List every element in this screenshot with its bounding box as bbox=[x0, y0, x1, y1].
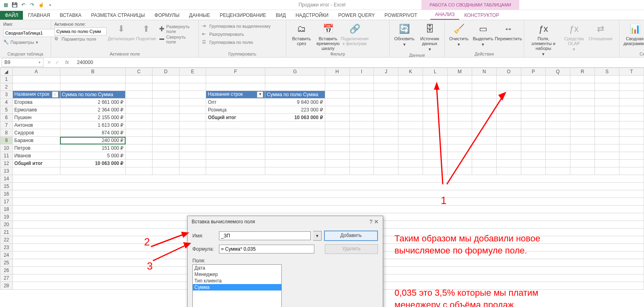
af-input[interactable] bbox=[54, 27, 107, 35]
formula-value[interactable]: 240000 bbox=[73, 60, 93, 65]
tab-addins[interactable]: НАДСТРОЙКИ bbox=[291, 11, 333, 20]
tab-data[interactable]: ДАННЫЕ bbox=[184, 11, 215, 20]
pivot-cell[interactable]: Петров bbox=[12, 144, 60, 152]
annotation-number: 2 bbox=[144, 236, 150, 248]
enter-icon[interactable]: ✓ bbox=[53, 60, 61, 65]
pivotchart-button[interactable]: 📊Сводная диаграмма bbox=[623, 22, 644, 46]
cancel-icon[interactable]: ✕ bbox=[45, 60, 53, 65]
qat-more-icon[interactable]: ▾ bbox=[47, 2, 53, 8]
fields-items-sets[interactable]: ƒxПоля, элементы и наборы ▾ bbox=[527, 22, 559, 57]
move-button[interactable]: ↔Переместить bbox=[496, 22, 520, 41]
pivot-total[interactable]: 10 063 000 ₽ bbox=[265, 114, 325, 122]
group-selection: ⇥Группировка по выделенному bbox=[202, 23, 270, 29]
select-button[interactable]: ▭Выделить ▾ bbox=[472, 22, 494, 47]
timeline-icon: 📅 bbox=[322, 23, 334, 35]
col-header[interactable]: A bbox=[12, 68, 60, 76]
pivot-cell[interactable]: 2 661 000 ₽ bbox=[60, 99, 126, 106]
relations-icon: ⇄ bbox=[594, 23, 607, 35]
col-header[interactable]: G bbox=[265, 68, 325, 76]
insert-slicer[interactable]: 🗂Вставить срез bbox=[289, 22, 314, 46]
fx-icon[interactable]: fx bbox=[61, 60, 73, 65]
dialog-title: Вставка вычисляемого поля bbox=[192, 219, 255, 225]
pivot-cell[interactable]: 874 000 ₽ bbox=[60, 129, 126, 137]
pivot-total[interactable]: 10 063 000 ₽ bbox=[60, 160, 126, 167]
save-icon[interactable]: 💾 bbox=[11, 2, 18, 8]
redo-icon[interactable]: ↷ bbox=[29, 2, 35, 8]
pivot1-rowheader[interactable]: Названия строк↓ bbox=[12, 91, 60, 99]
active-cell[interactable]: 240 000 ₽ bbox=[60, 137, 126, 144]
pivot-cell[interactable]: Иванов bbox=[12, 152, 60, 160]
pivot-total[interactable]: Общий итог bbox=[206, 114, 265, 122]
list-item[interactable]: Менеджер bbox=[193, 271, 281, 278]
help-button[interactable]: ? bbox=[369, 218, 373, 225]
pivot-cell[interactable]: Розница bbox=[206, 106, 265, 114]
formula-input[interactable] bbox=[219, 245, 314, 253]
pivot-cell[interactable]: 223 000 ₽ bbox=[265, 106, 325, 114]
pivot-total[interactable]: Общий итог bbox=[12, 160, 60, 167]
list-item-selected[interactable]: Сумма bbox=[193, 284, 281, 291]
field-name-input[interactable] bbox=[219, 231, 311, 240]
tab-powerpivot[interactable]: POWERPIVOT bbox=[380, 11, 422, 20]
group-group: Группировать bbox=[202, 51, 283, 56]
add-button[interactable]: Добавить bbox=[324, 231, 378, 241]
select-all[interactable]: ◢ bbox=[0, 68, 13, 76]
tab-review[interactable]: РЕЦЕНЗИРОВАНИЕ bbox=[215, 11, 271, 20]
tab-powerquery[interactable]: POWER QUERY bbox=[333, 11, 380, 20]
calcfield-icon: ƒx bbox=[537, 23, 550, 35]
tab-design[interactable]: КОНСТРУКТОР bbox=[459, 11, 504, 20]
pt-name-input[interactable] bbox=[3, 29, 56, 37]
drillup-button: ⬆Поднятие bbox=[136, 22, 157, 41]
pivot2-rowheader[interactable]: Названия строк▾ bbox=[206, 91, 265, 99]
list-item[interactable]: Тип клиента bbox=[193, 278, 281, 284]
window-title: Продажи итог - Excel bbox=[299, 2, 346, 8]
tab-insert[interactable]: ВСТАВКА bbox=[55, 11, 86, 20]
ribbon-tabs: ФАЙЛ ГЛАВНАЯ ВСТАВКА РАЗМЕТКА СТРАНИЦЫ Ф… bbox=[0, 10, 644, 20]
move-icon: ↔ bbox=[502, 23, 515, 35]
name-dropdown[interactable]: ▾ bbox=[313, 231, 322, 241]
tab-file[interactable]: ФАЙЛ bbox=[0, 11, 23, 20]
pt-name-label: Имя: bbox=[3, 22, 13, 27]
pivot-cell[interactable]: 2 364 000 ₽ bbox=[60, 106, 126, 114]
af-params[interactable]: ⚙Параметры поля bbox=[54, 36, 107, 42]
col-header[interactable]: F bbox=[206, 68, 265, 76]
pivot-cell[interactable]: 9 840 000 ₽ bbox=[265, 99, 325, 106]
close-icon[interactable]: ✕ bbox=[374, 218, 379, 225]
pivot-cell[interactable]: Баранов bbox=[12, 137, 60, 144]
refresh-button[interactable]: 🔄Обновить ▾ bbox=[393, 22, 416, 47]
pivot-cell[interactable]: Антонов bbox=[12, 122, 60, 129]
pivot-cell[interactable]: 5 000 ₽ bbox=[60, 152, 126, 160]
tab-formulas[interactable]: ФОРМУЛЫ bbox=[150, 11, 184, 20]
tab-view[interactable]: ВИД bbox=[271, 11, 291, 20]
col-header[interactable]: C bbox=[126, 68, 153, 76]
tab-home[interactable]: ГЛАВНАЯ bbox=[23, 11, 55, 20]
pivot-cell[interactable]: 1 613 000 ₽ bbox=[60, 122, 126, 129]
pivot-cell[interactable]: 2 155 000 ₽ bbox=[60, 114, 126, 122]
insert-timeline[interactable]: 📅Вставить временную шкалу bbox=[316, 22, 340, 51]
pivot2-valheader: Сумма по полю Сумма bbox=[265, 91, 325, 99]
fields-listbox[interactable]: Дата Менеджер Тип клиента Сумма bbox=[192, 264, 282, 307]
undo-icon[interactable]: ↶ bbox=[20, 2, 27, 8]
pivot-cell[interactable]: Пушкин bbox=[12, 114, 60, 122]
pivot-cell[interactable]: Сидоров bbox=[12, 129, 60, 137]
filter-connections: 🔗Подключения к фильтрам bbox=[343, 22, 367, 46]
drillup-icon: ⬆ bbox=[140, 23, 153, 35]
col-header[interactable]: B bbox=[60, 68, 126, 76]
pt-params[interactable]: 🔧Параметры ▾ bbox=[3, 39, 38, 45]
pivot-cell[interactable]: 151 000 ₽ bbox=[60, 144, 126, 152]
list-item[interactable]: Дата bbox=[193, 265, 281, 271]
annotation-number: 3 bbox=[147, 260, 153, 272]
group-actions: Действия bbox=[448, 51, 520, 56]
col-header[interactable]: E bbox=[179, 68, 206, 76]
clear-button[interactable]: 🧹Очистить ▾ bbox=[448, 22, 470, 47]
pivot-cell[interactable]: Ермолаев bbox=[12, 106, 60, 114]
pivot-cell[interactable]: Опт bbox=[206, 99, 265, 106]
tab-layout[interactable]: РАЗМЕТКА СТРАНИЦЫ bbox=[86, 11, 150, 20]
tab-analyze[interactable]: АНАЛИЗ bbox=[430, 10, 460, 20]
touch-icon[interactable]: ☝ bbox=[38, 2, 44, 8]
filter-dropdown-icon: ↓ bbox=[52, 91, 58, 98]
pivot-cell[interactable]: Егорова bbox=[12, 99, 60, 106]
col-header[interactable]: D bbox=[153, 68, 180, 76]
name-box[interactable]: B9▾ bbox=[2, 58, 43, 67]
clear-icon: 🧹 bbox=[452, 23, 465, 35]
datasource-button[interactable]: 🗄Источник данных ▾ bbox=[418, 22, 441, 52]
